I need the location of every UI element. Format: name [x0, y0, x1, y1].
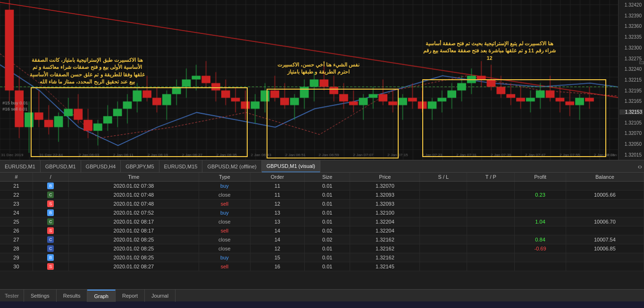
cell-time: 2020.01.02 08:25	[68, 253, 199, 262]
tab-report[interactable]: Report	[116, 290, 145, 302]
col-profit: Profit	[515, 173, 566, 182]
tab-gbpusd-h4[interactable]: GBPUSD,H4	[81, 160, 121, 173]
cell-balance	[566, 226, 644, 235]
table-row: 24 B 2020.01.02 07:52 buy 13 0.01 1.3210…	[0, 208, 644, 217]
cell-size: 0.01	[304, 262, 350, 271]
cell-profit: 0.23	[515, 191, 566, 200]
col-icon: /	[33, 173, 68, 182]
cell-num: 29	[0, 253, 33, 262]
cell-price: 1.32162	[350, 253, 420, 262]
tab-scroll-arrows[interactable]: ‹ ›	[636, 163, 644, 170]
tab-settings[interactable]: Settings	[24, 290, 57, 302]
cell-order: 14	[250, 226, 304, 235]
cell-time: 2020.01.02 07:52	[68, 208, 199, 217]
bottom-tabs: Tester Settings Results Graph Report Jou…	[0, 289, 644, 301]
cell-profit: 1.04	[515, 217, 566, 226]
cell-num: 23	[0, 200, 33, 208]
price-axis: 1.32420 1.32390 1.32360 1.32335 1.32300 …	[618, 0, 644, 160]
tab-gbpusd-m1[interactable]: GBPUSD,M1	[41, 160, 81, 173]
cell-price: 1.32093	[350, 191, 420, 200]
cell-time: 2020.01.02 07:48	[68, 200, 199, 208]
cell-icon: B	[33, 182, 68, 191]
cell-price: 1.32162	[350, 244, 420, 253]
cell-type: close	[199, 191, 250, 200]
row-icon-sell: S	[47, 227, 54, 234]
cell-sl	[420, 182, 467, 191]
cell-sl	[420, 208, 467, 217]
cell-order: 12	[250, 200, 304, 208]
col-time: Time	[68, 173, 199, 182]
cell-num: 24	[0, 208, 33, 217]
cell-balance: 10006.70	[566, 217, 644, 226]
cell-icon: B	[33, 208, 68, 217]
cell-balance	[566, 262, 644, 271]
cell-tp	[467, 235, 515, 244]
cell-size: 0.01	[304, 200, 350, 208]
cell-order: 11	[250, 191, 304, 200]
cell-tp	[467, 217, 515, 226]
table-row: 21 B 2020.01.02 07:38 buy 11 0.01 1.3207…	[0, 182, 644, 191]
cell-order: 13	[250, 208, 304, 217]
annotation-1: هنا الاكسبيرت طبق الإستراتيجية بامتياز، …	[28, 57, 146, 86]
cell-profit: -0.69	[515, 244, 566, 253]
cell-size: 0.01	[304, 244, 350, 253]
cell-tp	[467, 182, 515, 191]
cell-tp	[467, 191, 515, 200]
table-row: 28 C 2020.01.02 08:25 close 12 0.01 1.32…	[0, 244, 644, 253]
tab-eurusd-m15[interactable]: EURUSD,M15	[159, 160, 203, 173]
cell-order: 13	[250, 217, 304, 226]
table-area: # / Time Type Order Size Price S / L T /…	[0, 173, 644, 289]
cell-size: 0.01	[304, 182, 350, 191]
col-price: Price	[350, 173, 420, 182]
cell-icon: C	[33, 191, 68, 200]
col-type: Type	[199, 173, 250, 182]
tab-arrow-right[interactable]: ›	[640, 163, 642, 170]
cell-order: 16	[250, 262, 304, 271]
cell-size: 0.02	[304, 235, 350, 244]
cell-type: close	[199, 235, 250, 244]
annotation-2: نفس الشيء هنا أخي حسن، الاكسبيرت احترم ا…	[271, 61, 366, 76]
tab-eurusd-m1[interactable]: EURUSD,M1	[0, 160, 41, 173]
tab-results[interactable]: Results	[57, 290, 88, 302]
cell-type: sell	[199, 226, 250, 235]
cell-price: 1.32100	[350, 208, 420, 217]
cell-tp	[467, 262, 515, 271]
cell-icon: S	[33, 262, 68, 271]
cell-num: 21	[0, 182, 33, 191]
cell-icon: S	[33, 200, 68, 208]
tab-graph[interactable]: Graph	[87, 290, 116, 302]
cell-time: 2020.01.02 08:27	[68, 262, 199, 271]
cell-order: 14	[250, 235, 304, 244]
cell-type: close	[199, 217, 250, 226]
tab-gbpusd-m2-offline[interactable]: GBPUSD,M2 (offline)	[202, 160, 261, 173]
cell-icon: C	[33, 244, 68, 253]
cell-order: 12	[250, 244, 304, 253]
tab-gbpjpy-m5[interactable]: GBPJPY,M5	[121, 160, 159, 173]
row-icon-close-green: C	[47, 191, 54, 198]
col-sl: S / L	[420, 173, 467, 182]
cell-type: buy	[199, 208, 250, 217]
trades-table: # / Time Type Order Size Price S / L T /…	[0, 173, 644, 271]
cell-size: 0.01	[304, 191, 350, 200]
cell-price: 1.32204	[350, 226, 420, 235]
cell-tp	[467, 253, 515, 262]
cell-profit: 0.84	[515, 235, 566, 244]
cell-sl	[420, 226, 467, 235]
vertical-scale-label[interactable]	[639, 61, 644, 64]
cell-icon: C	[33, 217, 68, 226]
tab-gbpusd-m1-visual[interactable]: GBPUSD,M1 (visual)	[262, 160, 320, 173]
cell-type: buy	[199, 182, 250, 191]
cell-tp	[467, 208, 515, 217]
cell-order: 11	[250, 182, 304, 191]
cell-time: 2020.01.02 08:25	[68, 235, 199, 244]
cell-num: 25	[0, 217, 33, 226]
trade-table[interactable]: # / Time Type Order Size Price S / L T /…	[0, 173, 644, 289]
col-balance: Balance	[566, 173, 644, 182]
cell-num: 26	[0, 226, 33, 235]
tab-journal[interactable]: Journal	[145, 290, 176, 302]
cell-num: 28	[0, 244, 33, 253]
cell-sl	[420, 200, 467, 208]
table-row: 23 S 2020.01.02 07:48 sell 12 0.01 1.320…	[0, 200, 644, 208]
row-icon-close-blue: C	[47, 236, 54, 243]
row-icon-buy: B	[47, 209, 54, 216]
